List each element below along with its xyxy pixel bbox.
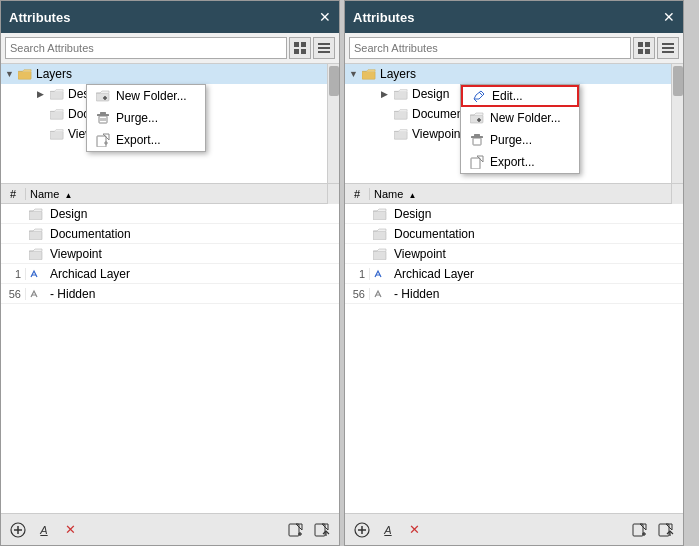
panel-left-close-button[interactable]: ✕: [319, 10, 331, 24]
table-row-viewpoint[interactable]: Viewpoint: [1, 244, 339, 264]
panel-left-list-view-button[interactable]: [313, 37, 335, 59]
row-name-design: Design: [46, 207, 339, 221]
context-menu-label-new-folder-right: New Folder...: [490, 111, 561, 125]
list-icon-right: [662, 42, 674, 54]
row-icon-documentation-right: [370, 228, 390, 240]
footer-delete-button-left[interactable]: ✕: [59, 519, 81, 541]
svg-rect-4: [318, 43, 330, 45]
svg-rect-39: [645, 49, 650, 54]
folder-icon-design-right: [393, 86, 409, 102]
footer-add-button-left[interactable]: [7, 519, 29, 541]
context-menu-item-export-right[interactable]: Export...: [461, 151, 579, 173]
table-row-documentation[interactable]: Documentation: [1, 224, 339, 244]
col-name-right: Name ▲: [370, 188, 671, 200]
panel-right-title: Attributes: [353, 10, 414, 25]
panel-right-list-view-button[interactable]: [657, 37, 679, 59]
row-name-hidden-right: - Hidden: [390, 287, 683, 301]
table-row-design-right[interactable]: Design: [345, 204, 683, 224]
svg-rect-49: [470, 115, 483, 123]
svg-rect-16: [100, 112, 106, 114]
row-name-archicad: Archicad Layer: [46, 267, 339, 281]
svg-rect-2: [294, 49, 299, 54]
row-name-design-right: Design: [390, 207, 683, 221]
tree-scrollbar-thumb-left: [329, 66, 339, 96]
svg-rect-20: [97, 136, 106, 147]
tree-arrow-design-right: ▶: [381, 89, 393, 99]
panel-left-search-input[interactable]: [5, 37, 287, 59]
context-menu-left: New Folder... Purge...: [86, 84, 206, 152]
export-icon-left: [314, 522, 330, 538]
table-row-documentation-right[interactable]: Documentation: [345, 224, 683, 244]
svg-rect-24: [29, 231, 42, 240]
tree-item-layers[interactable]: ▼ Layers: [1, 64, 339, 84]
table-row-archicad[interactable]: 1 Archicad Layer: [1, 264, 339, 284]
context-menu-item-export[interactable]: Export...: [87, 129, 205, 151]
table-scrollbar-top-right[interactable]: [671, 184, 683, 204]
tree-scrollbar-left[interactable]: [327, 64, 339, 183]
tree-scrollbar-right[interactable]: [671, 64, 683, 183]
svg-rect-1: [301, 42, 306, 47]
panel-right-table: # Name ▲ Design: [345, 184, 683, 513]
row-icon-design: [26, 208, 46, 220]
context-menu-label-purge: Purge...: [116, 111, 158, 125]
panel-left-tree: ▼ Layers ▶ Design ▶: [1, 64, 339, 184]
svg-rect-3: [301, 49, 306, 54]
svg-rect-43: [362, 71, 375, 79]
context-menu-item-purge-right[interactable]: Purge...: [461, 129, 579, 151]
row-icon-archicad: [26, 267, 46, 281]
tree-label-layers: Layers: [36, 67, 72, 81]
panel-right-close-button[interactable]: ✕: [663, 10, 675, 24]
panel-right-search-input[interactable]: [349, 37, 631, 59]
export-icon-right: [658, 522, 674, 538]
row-icon-viewpoint: [26, 248, 46, 260]
context-menu-item-edit[interactable]: Edit...: [461, 85, 579, 107]
table-scrollbar-top-left[interactable]: [327, 184, 339, 204]
sort-arrow-right: ▲: [408, 191, 416, 200]
svg-line-47: [479, 92, 482, 95]
svg-rect-25: [29, 251, 42, 260]
context-menu-item-purge[interactable]: Purge...: [87, 107, 205, 129]
svg-rect-54: [474, 134, 480, 136]
svg-rect-56: [373, 211, 386, 220]
export-icon-right: [469, 154, 485, 170]
footer-add-button-right[interactable]: [351, 519, 373, 541]
panel-right-footer: A ✕: [345, 513, 683, 545]
context-menu-item-new-folder[interactable]: New Folder...: [87, 85, 205, 107]
table-row-design[interactable]: Design: [1, 204, 339, 224]
row-icon-archicad-right: [370, 267, 390, 281]
tree-item-layers-right[interactable]: ▼ Layers: [345, 64, 683, 84]
table-row-archicad-right[interactable]: 1 Archicad Layer: [345, 264, 683, 284]
col-name-label-right: Name: [374, 188, 403, 200]
footer-delete-button-right[interactable]: ✕: [403, 519, 425, 541]
context-menu-item-new-folder-right[interactable]: New Folder...: [461, 107, 579, 129]
table-row-hidden-right[interactable]: 56 - Hidden: [345, 284, 683, 304]
panel-right-grid-view-button[interactable]: [633, 37, 655, 59]
panel-left-footer: A ✕: [1, 513, 339, 545]
table-row-viewpoint-right[interactable]: Viewpoint: [345, 244, 683, 264]
import-icon-right: [632, 522, 648, 538]
footer-export-button-left[interactable]: [311, 519, 333, 541]
col-name-left: Name ▲: [26, 188, 327, 200]
footer-export-button-right[interactable]: [655, 519, 677, 541]
table-header-right: # Name ▲: [345, 184, 683, 204]
footer-import-button-right[interactable]: [629, 519, 651, 541]
footer-import-button-left[interactable]: [285, 519, 307, 541]
new-folder-icon: [95, 88, 111, 104]
purge-icon: [95, 110, 111, 126]
edit-icon: [471, 88, 487, 104]
svg-rect-45: [394, 111, 407, 119]
add-icon-right: [354, 522, 370, 538]
list-icon: [318, 42, 330, 54]
panel-left-grid-view-button[interactable]: [289, 37, 311, 59]
row-icon-design-right: [370, 208, 390, 220]
footer-text-button-left[interactable]: A: [33, 519, 55, 541]
context-menu-label-export-right: Export...: [490, 155, 535, 169]
context-menu-label-new-folder: New Folder...: [116, 89, 187, 103]
folder-icon-design: [49, 86, 65, 102]
svg-rect-10: [50, 131, 63, 139]
context-menu-right: Edit... New Folder...: [460, 84, 580, 174]
col-hash-left: #: [1, 188, 26, 200]
footer-text-button-right[interactable]: A: [377, 519, 399, 541]
table-row-hidden[interactable]: 56 - Hidden: [1, 284, 339, 304]
panel-left-search-bar: [1, 33, 339, 64]
